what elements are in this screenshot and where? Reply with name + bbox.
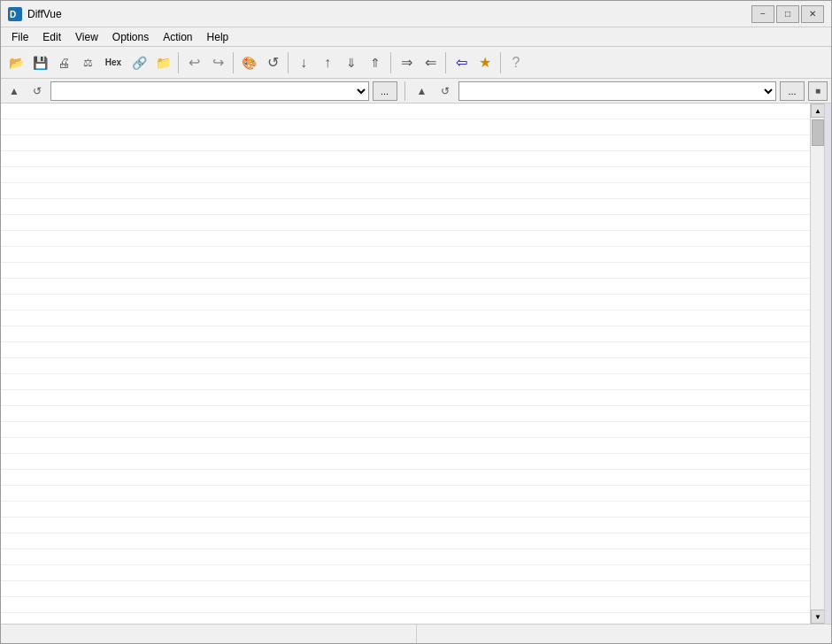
left-browse-button[interactable]: ... bbox=[373, 81, 397, 101]
diff-line bbox=[1, 390, 810, 406]
hex-icon: Hex bbox=[105, 58, 121, 67]
print-button[interactable]: 🖨 bbox=[52, 51, 75, 74]
file-row-divider bbox=[404, 81, 405, 101]
folder-open-button[interactable]: 📁 bbox=[151, 51, 174, 74]
right-scrollbar: ▲ ▼ bbox=[810, 104, 824, 624]
left-file-select[interactable] bbox=[50, 81, 369, 101]
window-controls: − □ ✕ bbox=[751, 5, 824, 23]
forward-button[interactable]: ↪ bbox=[206, 51, 229, 74]
right-browse-button[interactable]: ... bbox=[780, 81, 805, 101]
scrollbar-track[interactable] bbox=[811, 118, 824, 610]
end-button[interactable]: ■ bbox=[808, 81, 828, 101]
down-all-icon: ⇓ bbox=[346, 56, 357, 70]
folder-open-icon: 📁 bbox=[156, 56, 171, 70]
diff-line bbox=[1, 215, 810, 231]
prev-file-button[interactable]: ⇐ bbox=[419, 51, 442, 74]
diff-line bbox=[1, 231, 810, 247]
sync-right-button[interactable]: ★ bbox=[474, 51, 497, 74]
hex-button[interactable]: Hex bbox=[100, 51, 127, 74]
help-button[interactable]: ? bbox=[505, 51, 528, 74]
diff-line bbox=[1, 326, 810, 342]
print-icon: 🖨 bbox=[58, 56, 70, 70]
diff-line bbox=[1, 422, 810, 438]
back-icon: ↩ bbox=[189, 54, 200, 71]
save-button[interactable]: 💾 bbox=[28, 51, 51, 74]
palette-button[interactable]: 🎨 bbox=[237, 51, 260, 74]
maximize-button[interactable]: □ bbox=[776, 5, 799, 23]
diff-line bbox=[1, 486, 810, 502]
diff-line bbox=[1, 295, 810, 310]
prev-file-icon: ⇐ bbox=[425, 54, 436, 71]
diff-line bbox=[1, 470, 810, 486]
refresh-button[interactable]: ↺ bbox=[261, 51, 284, 74]
diff-line bbox=[1, 135, 810, 151]
menu-action[interactable]: Action bbox=[156, 29, 199, 45]
minimize-button[interactable]: − bbox=[751, 5, 774, 23]
right-diff-overview bbox=[824, 104, 831, 624]
diff-line bbox=[1, 342, 810, 358]
right-refresh-button[interactable]: ↺ bbox=[435, 81, 455, 101]
title-bar: D DiffVue − □ ✕ bbox=[1, 1, 831, 27]
diff-line bbox=[1, 263, 810, 279]
next-diff-button[interactable]: ↓ bbox=[292, 51, 315, 74]
left-up-button[interactable]: ▲ bbox=[4, 81, 24, 101]
last-diff-button[interactable]: ⇓ bbox=[340, 51, 363, 74]
diff-line bbox=[1, 597, 810, 613]
sep6 bbox=[500, 52, 501, 73]
main-content: ▲ ▼ bbox=[1, 104, 831, 624]
menu-view[interactable]: View bbox=[68, 29, 105, 45]
status-right bbox=[417, 625, 832, 643]
scroll-up-button[interactable]: ▲ bbox=[811, 104, 825, 118]
menu-help[interactable]: Help bbox=[200, 29, 236, 45]
left-refresh-button[interactable]: ↺ bbox=[27, 81, 47, 101]
status-bar bbox=[1, 624, 831, 643]
sep2 bbox=[233, 52, 234, 73]
diff-line bbox=[1, 438, 810, 454]
file-row: ▲ ↺ ... ▲ ↺ ... ■ bbox=[1, 79, 831, 104]
diff-line bbox=[1, 151, 810, 167]
next-file-icon: ⇒ bbox=[401, 54, 412, 71]
up-all-icon: ⇑ bbox=[370, 56, 381, 70]
open-button[interactable]: 📂 bbox=[4, 51, 27, 74]
diff-line bbox=[1, 119, 810, 135]
diff-line bbox=[1, 247, 810, 263]
up-diff-icon: ↑ bbox=[324, 55, 331, 71]
prev-diff-button[interactable]: ↑ bbox=[316, 51, 339, 74]
palette-icon: 🎨 bbox=[242, 56, 257, 70]
diff-line bbox=[1, 454, 810, 470]
compare-icon: ⚖ bbox=[83, 57, 93, 69]
menu-file[interactable]: File bbox=[4, 29, 35, 45]
sync-left-button[interactable]: ⇦ bbox=[450, 51, 473, 74]
link-button[interactable]: 🔗 bbox=[127, 51, 150, 74]
left-up-icon: ▲ bbox=[9, 85, 19, 97]
scrollbar-thumb[interactable] bbox=[812, 119, 824, 146]
compare-button[interactable]: ⚖ bbox=[76, 51, 99, 74]
window-title: DiffVue bbox=[27, 8, 751, 20]
diff-line bbox=[1, 518, 810, 533]
svg-text:D: D bbox=[10, 10, 16, 19]
diff-line bbox=[1, 502, 810, 518]
diff-line bbox=[1, 167, 810, 183]
menu-options[interactable]: Options bbox=[105, 29, 156, 45]
diff-line bbox=[1, 358, 810, 374]
right-up-button[interactable]: ▲ bbox=[412, 81, 432, 101]
close-button[interactable]: ✕ bbox=[801, 5, 824, 23]
right-file-select[interactable] bbox=[458, 81, 777, 101]
main-window: D DiffVue − □ ✕ File Edit View Options A… bbox=[0, 0, 832, 644]
next-file-button[interactable]: ⇒ bbox=[395, 51, 418, 74]
menu-edit[interactable]: Edit bbox=[35, 29, 68, 45]
diff-line bbox=[1, 104, 810, 119]
sep3 bbox=[288, 52, 289, 73]
first-diff-button[interactable]: ⇑ bbox=[364, 51, 387, 74]
diff-line bbox=[1, 199, 810, 215]
diff-line bbox=[1, 581, 810, 597]
diff-area[interactable] bbox=[1, 104, 810, 624]
sync-right-icon: ★ bbox=[479, 54, 491, 71]
sync-left-icon: ⇦ bbox=[456, 54, 467, 71]
down-diff-icon: ↓ bbox=[300, 55, 307, 71]
forward-icon: ↪ bbox=[212, 54, 224, 71]
scroll-down-button[interactable]: ▼ bbox=[811, 610, 825, 624]
diff-line bbox=[1, 549, 810, 565]
diff-line bbox=[1, 533, 810, 549]
back-button[interactable]: ↩ bbox=[182, 51, 205, 74]
